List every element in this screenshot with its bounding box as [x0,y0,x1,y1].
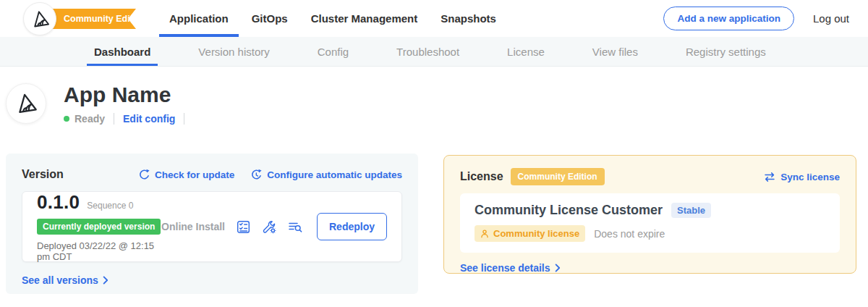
currently-deployed-badge: Currently deployed version [37,219,161,235]
configure-automatic-updates-icon [250,169,263,181]
edit-config-link[interactable]: Edit config [123,113,175,125]
app-status-label: Ready [75,113,105,125]
app-logo-icon [14,92,38,115]
license-card-header: License Community Edition Sync license [460,168,840,185]
view-diff-icon[interactable] [288,221,302,233]
ready-status-dot-icon [64,116,69,122]
customer-name: Community License Customer [475,203,663,218]
check-for-update-label: Check for update [155,169,234,180]
divider [184,113,184,125]
brand: Community Edition [0,0,145,37]
nav-item-cluster-management[interactable]: Cluster Management [311,0,418,37]
tab-license[interactable]: License [507,37,545,66]
top-nav-right: Add a new application Log out [663,0,868,37]
configure-automatic-updates-link[interactable]: Configure automatic updates [250,169,402,181]
tab-label: Dashboard [94,46,150,58]
tab-config[interactable]: Config [318,37,349,66]
current-version-actions: Online Install [161,213,387,240]
tab-version-history[interactable]: Version history [198,37,269,66]
app-header: App Name Ready Edit config [0,67,868,125]
tab-label: Registry settings [686,46,766,58]
community-license-label: Community license [493,228,579,239]
version-number-row: 0.1.0 Sequence 0 [37,191,161,214]
nav-item-snapshots[interactable]: Snapshots [441,0,496,37]
install-type-label: Online Install [161,221,225,232]
check-for-update-icon [138,169,150,181]
divider [114,113,114,125]
app-sub-nav: Dashboard Version history Config Trouble… [0,37,868,67]
nav-item-application[interactable]: Application [169,0,229,37]
community-license-badge: Community license [475,225,585,242]
tab-label: Version history [198,46,269,58]
channel-badge: Stable [671,203,711,218]
check-for-update-link[interactable]: Check for update [138,169,234,181]
nav-item-label: Application [169,12,229,25]
version-number: 0.1.0 [37,191,80,214]
redeploy-button[interactable]: Redeploy [317,213,387,240]
tab-troubleshoot[interactable]: Troubleshoot [396,37,459,66]
version-card-actions: Check for update Configure automatic upd… [138,169,402,181]
person-icon [480,230,489,238]
sync-license-icon [763,172,776,182]
chevron-right-icon [103,276,109,285]
configure-automatic-updates-label: Configure automatic updates [267,169,402,180]
deployed-timestamp: Deployed 03/22/22 @ 12:15 pm CDT [37,240,161,262]
app-avatar [6,83,46,124]
replicated-logo-icon [30,9,50,29]
tab-label: View files [592,46,638,58]
tab-dashboard[interactable]: Dashboard [94,37,150,66]
nav-item-label: Cluster Management [311,12,418,25]
top-nav: Community Edition Application GitOps Clu… [0,0,868,37]
customer-row: Community License Customer Stable [475,203,825,218]
brand-logo-circle[interactable] [23,2,56,35]
sequence-label: Sequence 0 [87,201,133,211]
tab-registry-settings[interactable]: Registry settings [686,37,766,66]
preflight-checks-icon[interactable] [237,220,250,234]
license-meta-row: Community license Does not expire [475,225,825,242]
see-license-details-link[interactable]: See license details [460,262,561,274]
app-name-title: App Name [64,83,184,106]
tab-view-files[interactable]: View files [592,37,638,66]
add-new-application-button[interactable]: Add a new application [663,7,794,30]
license-card-title: License [460,170,503,183]
see-license-details-row: See license details [460,262,840,274]
nav-item-gitops[interactable]: GitOps [252,0,288,37]
see-all-versions-link[interactable]: See all versions [22,274,109,286]
tab-label: Troubleshoot [396,46,459,58]
version-card-title: Version [22,168,64,181]
app-status: Ready [64,113,105,125]
current-version-panel: 0.1.0 Sequence 0 Currently deployed vers… [22,191,402,262]
see-all-versions-label: See all versions [22,274,98,286]
version-card: Version Check for update Configure au [6,154,418,294]
current-version-info: 0.1.0 Sequence 0 Currently deployed vers… [37,191,161,262]
nav-item-label: Snapshots [441,12,496,25]
license-title-group: License Community Edition [460,168,605,185]
license-details-panel: Community License Customer Stable Commun… [460,193,840,253]
nav-item-label: GitOps [252,12,288,25]
license-card: License Community Edition Sync license C… [443,155,856,274]
logout-button[interactable]: Log out [813,12,849,25]
app-title-block: App Name Ready Edit config [64,83,184,125]
app-status-row: Ready Edit config [64,113,184,125]
tab-label: Config [318,46,349,58]
brand-edition-label: Community Edition [64,14,147,24]
sync-license-label: Sync license [780,172,840,182]
community-edition-badge: Community Edition [511,168,605,185]
chevron-right-icon [555,264,561,272]
expiration-label: Does not expire [594,228,665,240]
version-card-header: Version Check for update Configure au [22,168,402,181]
kots-admin-console: Community Edition Application GitOps Clu… [0,0,868,307]
sync-license-link[interactable]: Sync license [763,172,840,182]
see-license-details-label: See license details [460,262,550,274]
see-all-versions-row: See all versions [22,274,402,286]
tab-label: License [507,46,545,58]
top-nav-items: Application GitOps Cluster Management Sn… [169,0,496,37]
config-wrench-icon[interactable] [262,220,276,234]
